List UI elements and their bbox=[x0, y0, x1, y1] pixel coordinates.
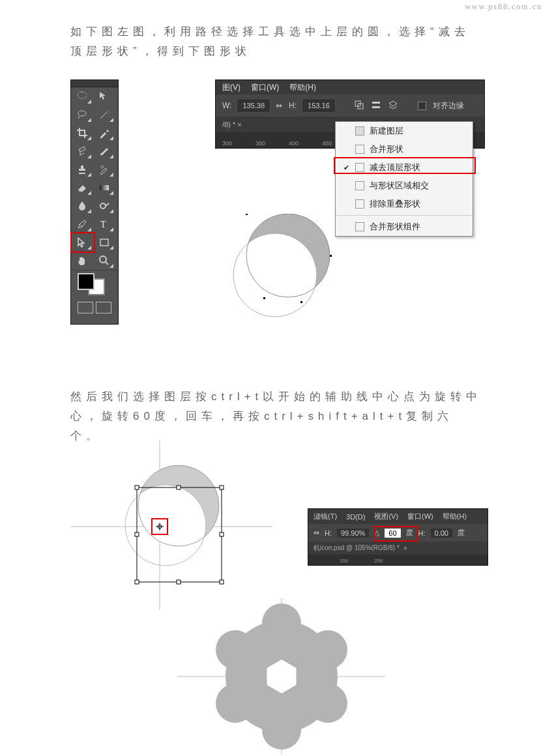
menu-window[interactable]: 窗口(W) bbox=[251, 82, 279, 93]
lasso-tool-icon[interactable] bbox=[71, 106, 93, 124]
menu-help[interactable]: 帮助(H) bbox=[289, 82, 316, 93]
svg-rect-18 bbox=[300, 301, 302, 303]
ctx-exclude-overlapping[interactable]: 排除重叠形状 bbox=[336, 195, 473, 213]
figure-1: T bbox=[70, 80, 119, 325]
scale-h-field[interactable]: 99.90% bbox=[337, 529, 369, 538]
svg-rect-4 bbox=[100, 239, 108, 246]
history-brush-tool-icon[interactable] bbox=[93, 160, 115, 179]
degree-label-2: 度 bbox=[458, 528, 465, 538]
menu-view[interactable]: 图(V) bbox=[222, 82, 241, 93]
svg-rect-8 bbox=[372, 102, 380, 104]
svg-rect-30 bbox=[135, 532, 139, 536]
foreground-color-swatch[interactable] bbox=[78, 273, 95, 290]
shape-tool-icon[interactable] bbox=[93, 233, 115, 252]
instruction-1: 如下图左图，利用路径选择工具选中上层的圆，选择“减去顶层形状”，得到下图形状 bbox=[70, 22, 484, 61]
ctx-new-layer[interactable]: 新建图层 bbox=[336, 122, 473, 140]
brush-tool-icon[interactable] bbox=[93, 142, 115, 160]
svg-rect-33 bbox=[177, 580, 181, 584]
dodge-tool-icon[interactable] bbox=[93, 197, 115, 215]
zoom-tool-icon[interactable] bbox=[93, 252, 115, 270]
svg-rect-27 bbox=[135, 486, 139, 489]
screen-mode-icons[interactable] bbox=[71, 298, 118, 317]
crescent-shape-result bbox=[232, 214, 336, 318]
highlight-subtract-menuitem bbox=[334, 157, 476, 174]
svg-rect-15 bbox=[246, 214, 248, 215]
svg-rect-0 bbox=[78, 92, 87, 98]
svg-rect-34 bbox=[220, 580, 224, 584]
menu-view-2[interactable]: 视图(V) bbox=[374, 512, 398, 521]
marquee-tool-icon[interactable] bbox=[71, 87, 93, 106]
skew-h-field[interactable]: 0.00 bbox=[431, 529, 452, 538]
svg-point-44 bbox=[262, 710, 301, 749]
pen-tool-icon[interactable] bbox=[71, 215, 93, 233]
highlight-rotation-angle bbox=[374, 526, 418, 542]
menu-help-2[interactable]: 帮助(H) bbox=[443, 512, 467, 521]
ctx-merge-shapes[interactable]: 合并形状 bbox=[336, 140, 473, 158]
ctx-intersect-shape-areas[interactable]: 与形状区域相交 bbox=[336, 177, 473, 195]
link-wh-icon[interactable]: ⇔ bbox=[276, 101, 282, 110]
figure-2-rotate-setup bbox=[70, 441, 272, 610]
align-edges-label: 对齐边缘 bbox=[433, 100, 464, 111]
svg-point-46 bbox=[216, 630, 255, 669]
menu-3d[interactable]: 3D(D) bbox=[346, 513, 365, 521]
align-icon[interactable] bbox=[371, 100, 381, 112]
crop-tool-icon[interactable] bbox=[71, 124, 93, 142]
svg-point-43 bbox=[308, 684, 347, 723]
link-icon[interactable]: ⇔ bbox=[313, 529, 319, 537]
healing-tool-icon[interactable] bbox=[71, 142, 93, 160]
width-field[interactable]: 135.38 bbox=[238, 100, 269, 111]
width-label: W: bbox=[222, 101, 231, 110]
panel-tab bbox=[71, 80, 118, 87]
path-ops-icon[interactable] bbox=[354, 100, 364, 112]
svg-point-5 bbox=[100, 256, 106, 263]
align-edges-checkbox[interactable] bbox=[418, 102, 426, 110]
blur-tool-icon[interactable] bbox=[71, 197, 93, 215]
watermark: www.ps88.com.cn bbox=[465, 3, 542, 10]
svg-point-2 bbox=[100, 203, 106, 209]
svg-rect-17 bbox=[263, 297, 265, 299]
svg-text:T: T bbox=[100, 220, 106, 229]
scale-h-label: H: bbox=[325, 529, 332, 537]
highlight-path-selection-tool bbox=[70, 232, 95, 253]
height-field[interactable]: 153.16 bbox=[303, 100, 334, 111]
photoshop-tools-panel: T bbox=[70, 80, 119, 325]
instruction-2: 然后我们选择图层按ctrl+t以开始的辅助线中心点为旋转中心，旋转60度，回车，… bbox=[70, 387, 484, 445]
document-tab[interactable]: /8) * × bbox=[222, 121, 242, 128]
svg-point-45 bbox=[216, 684, 255, 723]
eraser-tool-icon[interactable] bbox=[71, 179, 93, 197]
svg-rect-32 bbox=[135, 580, 139, 584]
figure-3-rotated-result bbox=[177, 598, 386, 755]
svg-point-41 bbox=[262, 603, 301, 643]
svg-rect-31 bbox=[220, 532, 224, 536]
arrange-icon[interactable] bbox=[388, 100, 398, 112]
path-operations-menu: 新建图层 合并形状 ✔减去顶层形状 与形状区域相交 排除重叠形状 合并形状组件 bbox=[335, 121, 473, 237]
magic-wand-tool-icon[interactable] bbox=[93, 106, 115, 124]
svg-rect-9 bbox=[372, 106, 380, 108]
close-tab-icon[interactable]: × bbox=[403, 545, 407, 552]
skew-h-label: H: bbox=[418, 529, 426, 537]
type-tool-icon[interactable]: T bbox=[93, 215, 115, 233]
color-swatches[interactable] bbox=[71, 270, 118, 298]
svg-rect-1 bbox=[100, 185, 109, 190]
svg-rect-28 bbox=[177, 486, 181, 489]
stamp-tool-icon[interactable] bbox=[71, 160, 93, 179]
eyedropper-tool-icon[interactable] bbox=[93, 124, 115, 142]
document-tab-2[interactable]: 机icon.psd @ 105%(RGB/8) * bbox=[313, 544, 400, 553]
svg-rect-16 bbox=[330, 255, 332, 257]
menu-window-2[interactable]: 窗口(W) bbox=[407, 512, 433, 521]
svg-point-42 bbox=[308, 630, 347, 669]
height-label: H: bbox=[289, 101, 297, 110]
gradient-tool-icon[interactable] bbox=[93, 179, 115, 197]
ruler-2: 200250 bbox=[308, 555, 488, 565]
hand-tool-icon[interactable] bbox=[71, 252, 93, 270]
move-tool-icon[interactable] bbox=[93, 87, 115, 106]
tutorial-page: www.ps88.com.cn 如下图左图，利用路径选择工具选中上层的圆，选择“… bbox=[0, 0, 554, 756]
svg-rect-29 bbox=[220, 486, 224, 489]
menu-filter[interactable]: 滤镜(T) bbox=[313, 512, 337, 521]
ctx-merge-shape-components[interactable]: 合并形状组件 bbox=[336, 218, 473, 236]
